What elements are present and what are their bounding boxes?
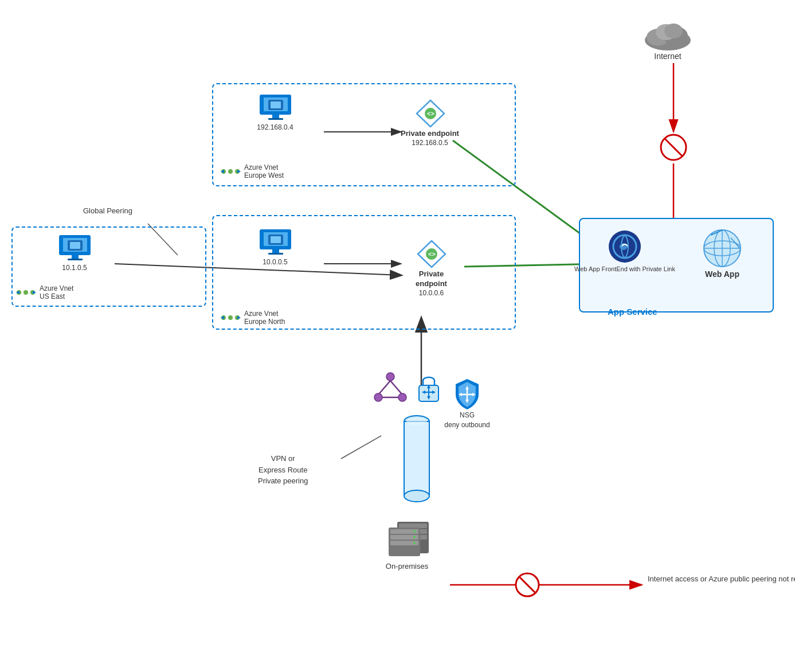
global-peering-label: Global Peering bbox=[83, 206, 132, 215]
svg-point-43 bbox=[228, 169, 233, 174]
vnet-europe-north-text: Azure VnetEurope North bbox=[244, 310, 285, 326]
on-premises-label: On-premises bbox=[386, 562, 428, 571]
vnet-europe-north-label: Azure VnetEurope North bbox=[221, 310, 285, 326]
svg-rect-96 bbox=[399, 523, 427, 528]
svg-rect-64 bbox=[70, 242, 80, 249]
svg-line-81 bbox=[379, 381, 390, 393]
nsg-icon: NSGdeny outbound bbox=[450, 377, 484, 430]
svg-point-22 bbox=[664, 24, 683, 38]
svg-point-68 bbox=[24, 290, 28, 295]
architecture-diagram: Internet App Service Web App FrontEnd wi… bbox=[0, 0, 795, 672]
pe-europe-west-label: Private endpoint bbox=[401, 129, 459, 139]
web-app-frontend-label: Web App FrontEnd with Private Link bbox=[574, 265, 675, 273]
vnet-europe-west-text: Azure VnetEurope West bbox=[244, 163, 284, 179]
pe-europe-west-ip-label: 192.168.0.5 bbox=[412, 139, 448, 147]
vm-us-east-icon: 10.1.0.5 bbox=[52, 232, 97, 272]
vm-us-east-ip-label: 10.1.0.5 bbox=[62, 264, 87, 272]
web-app-frontend-icon: Web App FrontEnd with Private Link bbox=[596, 229, 653, 273]
vm-europe-west-ip-label: 192.168.0.4 bbox=[257, 123, 293, 131]
svg-rect-50 bbox=[271, 236, 281, 243]
svg-point-79 bbox=[374, 393, 382, 401]
pe-europe-north-label: Privateendpoint bbox=[416, 269, 447, 289]
internet-icon: Internet bbox=[642, 11, 694, 61]
internet-label: Internet bbox=[654, 52, 681, 61]
svg-line-24 bbox=[665, 139, 682, 156]
svg-line-17 bbox=[341, 436, 381, 459]
svg-text:<>: <> bbox=[428, 251, 436, 257]
web-app-label: Web App bbox=[705, 269, 739, 279]
svg-point-105 bbox=[413, 542, 416, 544]
pe-europe-north-icon: <> Privateendpoint 10.0.0.6 bbox=[401, 238, 461, 297]
svg-point-94 bbox=[406, 417, 427, 425]
onprem-nosign-icon bbox=[515, 572, 541, 600]
svg-line-107 bbox=[519, 577, 536, 593]
svg-rect-38 bbox=[268, 118, 283, 120]
svg-rect-65 bbox=[72, 255, 79, 259]
pe-europe-north-ip-label: 10.0.0.6 bbox=[419, 289, 444, 297]
vnet-europe-west-label: Azure VnetEurope West bbox=[221, 163, 284, 179]
pe-europe-west-icon: <> Private endpoint 192.168.0.5 bbox=[401, 97, 459, 147]
svg-point-103 bbox=[413, 530, 416, 533]
on-premises-icon: On-premises bbox=[378, 516, 436, 571]
svg-text:<>: <> bbox=[427, 110, 434, 117]
svg-point-80 bbox=[398, 393, 406, 401]
app-service-label: App Service bbox=[608, 307, 657, 317]
svg-point-57 bbox=[228, 315, 233, 320]
svg-point-78 bbox=[386, 373, 394, 381]
vpn-gateway-icon bbox=[370, 370, 410, 404]
svg-point-104 bbox=[413, 536, 416, 538]
vm-europe-north-ip-label: 10.0.0.5 bbox=[263, 258, 287, 266]
vnet-us-east-text: Azure VnetUS East bbox=[40, 284, 73, 300]
vnet-us-east-label: Azure VnetUS East bbox=[16, 284, 73, 300]
internet-nosign-icon bbox=[659, 133, 688, 164]
svg-rect-66 bbox=[68, 259, 83, 260]
nsg-label: NSGdeny outbound bbox=[444, 411, 489, 430]
vm-europe-west-icon: 192.168.0.4 bbox=[252, 92, 298, 131]
web-app-icon: Web App bbox=[691, 226, 754, 279]
svg-rect-52 bbox=[268, 253, 283, 255]
vm-europe-north-icon: 10.0.0.5 bbox=[252, 226, 298, 266]
vpn-label: VPN orExpress RoutePrivate peering bbox=[258, 453, 308, 487]
svg-rect-37 bbox=[272, 115, 279, 118]
vpn-pipe-icon bbox=[397, 413, 437, 505]
svg-point-93 bbox=[404, 490, 429, 502]
gateway-lock-icon bbox=[413, 373, 444, 404]
svg-rect-92 bbox=[404, 421, 429, 496]
internet-access-note: Internet access or Azure public peering … bbox=[648, 573, 795, 585]
svg-rect-51 bbox=[272, 249, 279, 253]
svg-line-82 bbox=[390, 381, 401, 393]
svg-rect-36 bbox=[271, 101, 281, 108]
